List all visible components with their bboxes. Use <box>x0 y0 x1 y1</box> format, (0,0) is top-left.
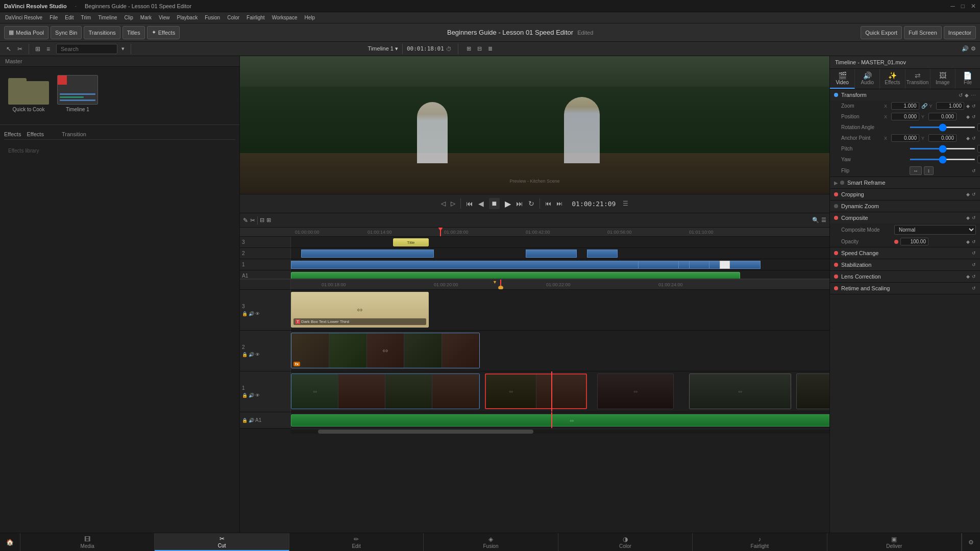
menu-workspace[interactable]: Workspace <box>269 14 301 21</box>
transform-keyframe[interactable]: ◆ <box>965 92 969 98</box>
zoom-keyframe[interactable]: ◆ <box>966 104 970 109</box>
go-to-end-btn[interactable]: ⏭ <box>516 199 523 208</box>
tab-edit[interactable]: ✏ Edit <box>289 533 424 551</box>
settings-btn[interactable]: ☰ <box>821 217 826 223</box>
play-reverse-btn[interactable]: ◀ <box>478 199 484 208</box>
stabilization-header[interactable]: Stabilization ↺ <box>830 259 980 270</box>
cropping-reset[interactable]: ↺ <box>972 192 976 197</box>
flip-v-btn[interactable]: ↕ <box>924 166 934 175</box>
pos-x-input[interactable] <box>891 113 919 120</box>
retime-scaling-header[interactable]: Retime and Scaling ↺ <box>830 283 980 294</box>
nav-back-icon[interactable]: ◁ <box>441 200 446 207</box>
menu-playback[interactable]: Playback <box>174 14 201 21</box>
timeline-name[interactable]: Timeline 1 ▾ <box>368 45 398 52</box>
lock-icon-3[interactable]: 🔒 <box>242 311 248 316</box>
tab-cut[interactable]: ✂ Cut <box>155 533 289 551</box>
flip-reset[interactable]: ↺ <box>972 168 976 173</box>
tab-transition[interactable]: ⇄ Transition <box>905 69 930 89</box>
lens-reset[interactable]: ↺ <box>972 274 976 279</box>
tab-file[interactable]: 📄 File <box>955 69 980 89</box>
link-icon[interactable]: 🔗 <box>921 103 927 109</box>
zoom-reset[interactable]: ↺ <box>972 104 976 109</box>
view-toggle-2[interactable]: ⊟ <box>475 44 484 53</box>
loop-btn[interactable]: ↻ <box>528 199 534 208</box>
stabilization-reset[interactable]: ↺ <box>972 262 976 267</box>
audio-icon-3[interactable]: 🔊 <box>249 311 254 316</box>
nav-forward-icon[interactable]: ▷ <box>451 200 455 207</box>
tab-color[interactable]: ◑ Color <box>558 533 693 551</box>
transitions-btn[interactable]: Transitions <box>84 26 120 39</box>
close-btn[interactable]: ✕ <box>971 3 976 10</box>
tool-razor[interactable]: ✂ <box>15 44 24 54</box>
pos-reset[interactable]: ↺ <box>972 114 976 119</box>
go-to-start-btn[interactable]: ⏮ <box>466 199 473 208</box>
sync-bin-btn[interactable]: Sync Bin <box>51 26 82 39</box>
lock-icon-a1[interactable]: 🔒 <box>242 418 248 423</box>
timecode-icon[interactable]: ⏱ <box>446 46 452 52</box>
view-toggle-1[interactable]: ⊞ <box>464 44 473 53</box>
search-input[interactable] <box>56 44 117 54</box>
tab-deliver[interactable]: ▣ Deliver <box>827 533 962 551</box>
transform-reset[interactable]: ↺ <box>959 92 963 98</box>
zoom-out-icon[interactable]: 🔍 <box>812 217 819 223</box>
pos-keyframe[interactable]: ◆ <box>966 114 970 119</box>
menu-help[interactable]: Help <box>301 14 318 21</box>
lens-correction-header[interactable]: Lens Correction ◆ ↺ <box>830 271 980 282</box>
eye-icon-2[interactable]: 👁 <box>255 352 260 357</box>
tab-fairlight[interactable]: ♪ Fairlight <box>693 533 827 551</box>
rotation-input[interactable] <box>977 123 980 131</box>
audio-icon-2[interactable]: 🔊 <box>249 352 254 357</box>
opacity-keyframe[interactable]: ◆ <box>966 239 970 244</box>
menu-timeline[interactable]: Timeline <box>95 14 120 21</box>
effects-btn[interactable]: ✦ Effects <box>147 26 180 39</box>
lock-icon-2[interactable]: 🔒 <box>242 352 248 357</box>
tool-select[interactable]: ↖ <box>4 44 13 54</box>
zoom-x-input[interactable] <box>891 102 919 110</box>
retime-reset[interactable]: ↺ <box>972 286 976 291</box>
yaw-input[interactable] <box>977 156 980 163</box>
timeline-tools-icon[interactable]: ✎ <box>243 217 248 224</box>
anchor-x-input[interactable] <box>891 134 919 142</box>
pitch-input[interactable] <box>977 145 980 153</box>
tab-video[interactable]: 🎬 Video <box>830 69 855 89</box>
menu-fairlight[interactable]: Fairlight <box>243 14 268 21</box>
composite-header[interactable]: Composite ◆ ↺ <box>830 212 980 223</box>
menu-file[interactable]: File <box>46 14 61 21</box>
lens-keyframe[interactable]: ◆ <box>966 274 970 279</box>
play-btn[interactable]: ▶ <box>505 199 511 209</box>
menu-trim[interactable]: Trim <box>78 14 94 21</box>
pos-y-input[interactable] <box>928 113 957 120</box>
home-btn[interactable]: 🏠 <box>0 533 20 551</box>
eye-icon-3[interactable]: 👁 <box>255 311 260 316</box>
opacity-input[interactable] <box>900 238 928 245</box>
menu-color[interactable]: Color <box>224 14 242 21</box>
menu-mark[interactable]: Mark <box>137 14 155 21</box>
lock-icon-1[interactable]: 🔒 <box>242 393 248 398</box>
timeline-scrollbar[interactable] <box>291 429 829 434</box>
media-item-folder[interactable]: Quick to Cook <box>8 75 49 112</box>
timeline-razor-icon[interactable]: ✂ <box>250 217 255 224</box>
tool-grid[interactable]: ⊞ <box>33 44 42 54</box>
inspector-btn[interactable]: Inspector <box>944 26 976 39</box>
menu-clip[interactable]: Clip <box>121 14 136 21</box>
transform-expand[interactable]: ⋯ <box>971 92 976 98</box>
tool-list[interactable]: ≡ <box>44 44 52 54</box>
full-screen-btn[interactable]: Full Screen <box>904 26 942 39</box>
frame-next-btn[interactable]: ⏭ <box>556 200 562 207</box>
zoom-y-input[interactable] <box>936 102 964 110</box>
speed-change-reset[interactable]: ↺ <box>972 251 976 256</box>
dynamic-zoom-header[interactable]: Dynamic Zoom <box>830 201 980 212</box>
minimize-btn[interactable]: ─ <box>950 3 955 10</box>
tab-fusion[interactable]: ◈ Fusion <box>424 533 558 551</box>
settings-bottom-btn[interactable]: ⚙ <box>962 533 980 551</box>
cropping-keyframe[interactable]: ◆ <box>966 192 970 197</box>
tab-media[interactable]: 🎞 Media <box>20 533 155 551</box>
anchor-y-input[interactable] <box>928 134 957 142</box>
transform-header[interactable]: Transform ↺ ◆ ⋯ <box>830 89 980 101</box>
media-pool-btn[interactable]: ▦ Media Pool <box>4 26 48 39</box>
audio-icon-1[interactable]: 🔊 <box>249 393 254 398</box>
settings-icon[interactable]: ⚙ <box>971 45 976 52</box>
smart-reframe-header[interactable]: ▶ Smart Reframe <box>830 177 980 188</box>
anchor-keyframe[interactable]: ◆ <box>966 136 970 141</box>
maximize-btn[interactable]: □ <box>961 3 965 10</box>
